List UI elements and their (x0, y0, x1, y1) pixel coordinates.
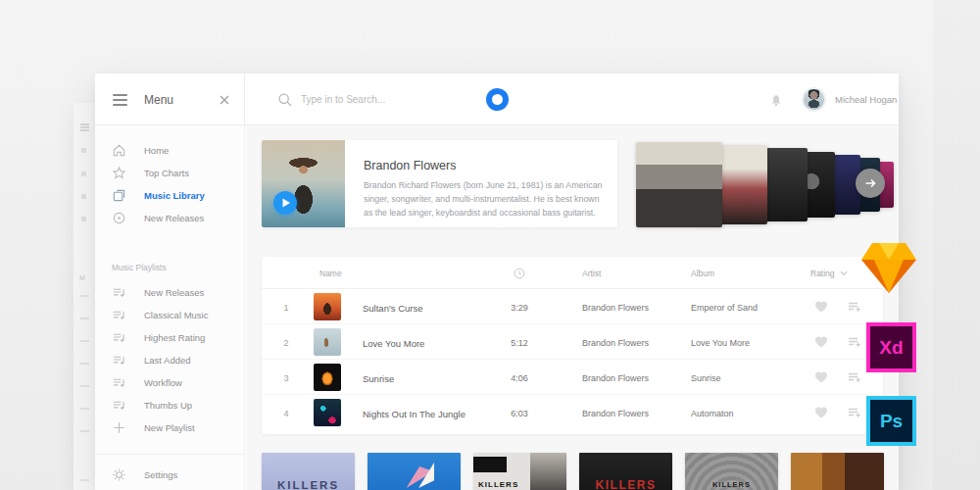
track-artist: Brandon Flowers (582, 338, 649, 348)
heart-icon[interactable] (813, 334, 829, 350)
tracks-table: Name Artist Album Rating 1 Sultan's Curs… (262, 257, 883, 434)
sidebar-item-music-library[interactable]: Music Library (95, 184, 244, 207)
play-button[interactable] (273, 191, 297, 215)
album-cover[interactable] (791, 453, 884, 490)
album-cover[interactable]: KILLERS (579, 453, 672, 490)
heart-icon[interactable] (813, 405, 829, 420)
new-playlist-button[interactable]: New Playlist (95, 416, 244, 439)
library-icon (112, 188, 126, 203)
playlist-item-classical-music[interactable]: Classical Music (95, 304, 244, 326)
faded-list-mark (80, 340, 89, 342)
playlist-icon (112, 330, 126, 345)
home-icon (112, 143, 126, 158)
avatar[interactable] (802, 87, 826, 112)
playlist-add-icon[interactable] (847, 369, 862, 385)
artist-bio: Brandon Richard Flowers (born June 21, 1… (364, 179, 607, 220)
column-header-rating[interactable]: Rating (810, 269, 848, 278)
photoshop-icon[interactable]: Ps (866, 396, 916, 446)
heart-icon[interactable] (813, 369, 829, 385)
hamburger-icon[interactable] (113, 94, 127, 109)
table-row[interactable]: 1 Sultan's Curse 3:29 Brandon Flowers Em… (262, 289, 883, 324)
table-row[interactable]: 2 Love You More 5:12 Brandon Flowers Lov… (262, 324, 883, 360)
user-name: Micheal Hogan (835, 94, 897, 105)
track-duration: 4:06 (500, 373, 539, 383)
playlist-item-highest-rating[interactable]: Highest Rating (95, 326, 244, 349)
star-icon (112, 166, 126, 180)
collage-block (473, 457, 507, 472)
duration-clock-icon[interactable] (513, 267, 526, 280)
sidebar-item-settings[interactable]: Settings (95, 464, 244, 486)
search-input[interactable] (301, 89, 467, 109)
menu-title: Menu (144, 93, 173, 107)
playlist-icon (112, 398, 126, 413)
faded-list-mark (80, 385, 89, 387)
faded-hamburger-icon (80, 123, 89, 125)
sidebar-item-new-releases[interactable]: New Releases (95, 207, 244, 229)
track-artist: Brandon Flowers (582, 409, 649, 418)
table-row[interactable]: 4 Nights Out In The Jungle 6:03 Brandon … (262, 395, 883, 430)
related-photos-stack (636, 142, 883, 227)
next-arrow-button[interactable] (856, 169, 885, 198)
playlist-add-icon[interactable] (847, 405, 862, 420)
playlist-icon (112, 308, 126, 322)
track-title: Love You More (363, 338, 424, 349)
chevron-down-icon (840, 270, 848, 276)
playlists-list: New Releases Classical Music Highest Rat… (95, 281, 244, 439)
track-album: Sunrise (691, 373, 721, 383)
plus-icon (112, 420, 126, 435)
sketch-icon[interactable] (860, 242, 917, 294)
album-art (314, 293, 341, 320)
column-header-album[interactable]: Album (691, 269, 714, 278)
close-icon[interactable] (217, 92, 232, 108)
faded-section-label: M (79, 274, 85, 281)
sidebar-item-home[interactable]: Home (95, 139, 244, 162)
collage-block (530, 453, 566, 490)
playlist-item-last-added[interactable]: Last Added (95, 349, 244, 371)
playlist-item-workflow[interactable]: Workflow (95, 371, 244, 394)
track-album: Automaton (691, 409, 734, 418)
album-cover[interactable]: KILLERS (262, 453, 355, 490)
playlist-icon (112, 285, 126, 300)
table-row[interactable]: 3 Sunrise 4:06 Brandon Flowers Sunrise (262, 360, 883, 395)
desktop-background: M Menu (0, 0, 980, 490)
track-duration: 3:29 (500, 303, 539, 313)
adobe-xd-icon[interactable]: Xd (866, 322, 916, 372)
album-cover[interactable] (368, 453, 461, 490)
track-title: Nights Out In The Jungle (363, 409, 466, 419)
playlist-add-icon[interactable] (847, 299, 862, 315)
band-photo[interactable] (636, 142, 722, 227)
sidebar: Home Top Charts Music Library New Releas… (95, 125, 245, 490)
faded-menu-dot (81, 217, 86, 221)
table-header: Name Artist Album Rating (262, 257, 883, 289)
track-duration: 5:12 (500, 338, 539, 348)
faded-menu-dot (81, 172, 86, 176)
album-art (314, 399, 341, 426)
notifications-bell-icon[interactable] (769, 93, 783, 108)
playlist-add-icon[interactable] (847, 334, 862, 350)
album-cover[interactable]: KILLERS (685, 453, 778, 490)
track-artist: Brandon Flowers (582, 373, 649, 383)
column-header-name[interactable]: Name (319, 269, 342, 278)
track-artist: Brandon Flowers (582, 303, 649, 313)
playlist-item-new-releases[interactable]: New Releases (95, 281, 244, 304)
sidebar-divider (95, 454, 244, 455)
track-title: Sunrise (363, 373, 394, 384)
top-bar: Menu Micheal Hogan (95, 74, 899, 125)
cortana-logo-icon[interactable] (486, 88, 509, 111)
playlist-icon (112, 353, 126, 368)
heart-icon[interactable] (813, 299, 829, 315)
album-cover[interactable]: KILLERS (473, 453, 566, 490)
faded-list-mark (80, 295, 89, 297)
album-art (314, 328, 341, 356)
faded-list-mark (80, 318, 89, 319)
sidebar-item-top-charts[interactable]: Top Charts (95, 162, 244, 184)
track-album: Emperor of Sand (691, 303, 758, 313)
playlist-item-thumbs-up[interactable]: Thumbs Up (95, 394, 244, 416)
faded-list-mark (80, 408, 89, 410)
menu-header: Menu (95, 74, 245, 124)
gear-icon (112, 467, 126, 482)
album-covers-row: KILLERS KILLERS KILLERS KILLERS (246, 453, 899, 490)
faded-menu-dot (81, 148, 86, 153)
background-shade (933, 0, 980, 490)
column-header-artist[interactable]: Artist (582, 269, 601, 278)
